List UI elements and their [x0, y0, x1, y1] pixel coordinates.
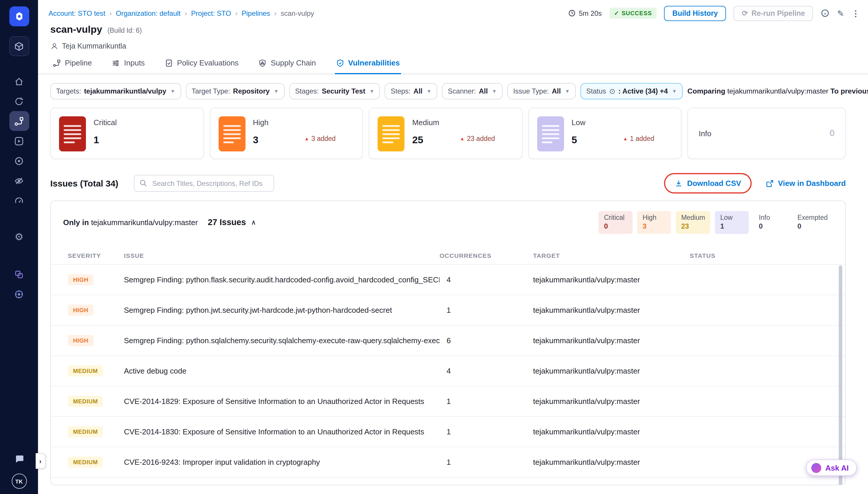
tab-policy-evaluations[interactable]: Policy Evaluations: [163, 57, 240, 74]
table-row[interactable]: MEDIUM CVE-2014-1829: Exposure of Sensit…: [51, 385, 845, 416]
table-row[interactable]: HIGH Semgrep Finding: python.jwt.securit…: [51, 294, 845, 325]
up-triangle-icon: ▲: [460, 136, 465, 141]
settings-gear-icon[interactable]: ⚙: [9, 227, 29, 247]
filter-bar: Targets:tejakummarikuntla/vulpy▼ Target …: [50, 83, 846, 99]
table-row[interactable]: MEDIUM CVE-2017-...: [51, 477, 845, 485]
table-header: SEVERITY ISSUE OCCURRENCES TARGET STATUS: [51, 246, 845, 264]
severity-badge: MEDIUM: [68, 426, 103, 437]
status-badge: ✓ SUCCESS: [609, 7, 657, 19]
severity-summary-chips: Critical0 High3 Medium23 Low1 Info0 Exem…: [599, 211, 833, 233]
table-row[interactable]: MEDIUM CVE-2016-9243: Improper input val…: [51, 446, 845, 477]
issues-panel: Only in tejakummarikuntla/vulpy:master 2…: [50, 201, 846, 485]
occurrences-value: 1: [440, 305, 533, 314]
table-row[interactable]: HIGH Semgrep Finding: python.sqlalchemy.…: [51, 325, 845, 355]
col-target: TARGET: [533, 252, 690, 259]
breadcrumb-project[interactable]: Project: STO: [191, 9, 231, 17]
tab-inputs[interactable]: Inputs: [111, 57, 146, 74]
app-window: ⚙ TK › Account: STO test › Organization:…: [0, 0, 868, 494]
breadcrumb-pipelines[interactable]: Pipelines: [242, 9, 270, 17]
issues-total-title: Issues (Total 34): [50, 178, 118, 188]
issue-title: Semgrep Finding: python.jwt.security.jwt…: [124, 305, 440, 314]
edit-pencil-icon[interactable]: ✎: [837, 8, 844, 18]
issue-title: CVE-2014-1829: Exposure of Sensitive Inf…: [124, 397, 440, 405]
target-icon[interactable]: [9, 151, 29, 171]
breadcrumb-separator: ›: [235, 9, 237, 17]
medium-icon: [378, 116, 404, 151]
filter-status[interactable]: Status : Active (34) +4▼: [580, 83, 683, 99]
executions-icon[interactable]: [9, 131, 29, 151]
severity-badge: MEDIUM: [68, 396, 103, 407]
home-icon[interactable]: [9, 71, 29, 91]
table-row[interactable]: MEDIUM CVE-2014-1830: Exposure of Sensit…: [51, 416, 845, 446]
eye-off-icon[interactable]: [9, 171, 29, 191]
sidebar-expand-handle[interactable]: ›: [36, 453, 45, 469]
filter-targets[interactable]: Targets:tejakummarikuntla/vulpy▼: [50, 83, 181, 99]
occurrences-value: 1: [440, 427, 533, 436]
target-value: tejakummarikuntla/vulpy:master: [533, 457, 690, 466]
sto-module-icon[interactable]: [9, 264, 29, 284]
gauge-icon[interactable]: [9, 191, 29, 210]
build-history-button[interactable]: Build History: [664, 5, 726, 21]
breadcrumb-separator: ›: [109, 9, 112, 17]
filter-stages[interactable]: Stages:Security Test▼: [289, 83, 380, 99]
help-info-icon[interactable]: [821, 9, 830, 18]
breadcrumb-organization[interactable]: Organization: default: [116, 9, 180, 17]
filter-target-type[interactable]: Target Type:Repository▼: [186, 83, 285, 99]
occurrences-value: 1: [440, 457, 533, 466]
table-row[interactable]: HIGH Semgrep Finding: python.flask.secur…: [51, 264, 845, 294]
filter-scanner[interactable]: Scanner:All▼: [442, 83, 503, 99]
user-avatar[interactable]: TK: [12, 474, 26, 489]
summary-chip-low: Low1: [715, 211, 749, 233]
rerun-pipeline-button[interactable]: ⟳ Re-run Pipeline: [734, 5, 813, 21]
module-switcher-icon[interactable]: [9, 36, 29, 56]
severity-card-info[interactable]: Info 0: [688, 108, 846, 159]
pipelines-icon[interactable]: [9, 111, 29, 131]
high-added-delta: ▲3 added: [304, 135, 335, 142]
severity-card-high[interactable]: High3 ▲3 added: [210, 108, 363, 159]
col-issue: ISSUE: [124, 252, 440, 259]
breadcrumb-account[interactable]: Account: STO test: [49, 9, 105, 17]
critical-count: 1: [94, 134, 117, 146]
breadcrumb-current: scan-vulpy: [281, 9, 314, 17]
severity-card-medium[interactable]: Medium25 ▲23 added: [369, 108, 522, 159]
tab-supply-chain[interactable]: Supply Chain: [257, 57, 317, 74]
tab-vulnerabilities[interactable]: Vulnerabilities: [335, 57, 401, 74]
top-bar: Account: STO test › Organization: defaul…: [38, 0, 868, 21]
medium-count: 25: [412, 134, 439, 146]
col-occurrences: OCCURRENCES: [440, 252, 533, 259]
download-icon: [675, 179, 683, 187]
check-icon: ✓: [614, 10, 619, 16]
issue-title: Semgrep Finding: python.sqlalchemy.secur…: [124, 336, 440, 345]
filter-issue-type[interactable]: Issue Type:All▼: [507, 83, 576, 99]
severity-card-low[interactable]: Low5 ▲1 added: [528, 108, 682, 159]
pipeline-icon: [53, 59, 61, 67]
download-csv-button[interactable]: Download CSV: [675, 179, 741, 188]
more-options-icon[interactable]: ⋮: [852, 8, 860, 18]
view-in-dashboard-button[interactable]: View in Dashboard: [766, 179, 846, 188]
severity-card-critical[interactable]: Critical1: [50, 108, 204, 159]
target-value: tejakummarikuntla/vulpy:master: [533, 305, 690, 314]
chaos-module-icon[interactable]: [9, 284, 29, 304]
ask-ai-button[interactable]: Ask AI: [806, 459, 857, 476]
harness-logo-icon[interactable]: [9, 6, 29, 26]
author-name: Teja Kummarikuntla: [62, 42, 126, 50]
build-id-label: (Build Id: 6): [108, 27, 142, 34]
severity-cards: Critical1 High3 ▲3 added Medium25 ▲23 ad…: [50, 108, 846, 159]
info-count: 0: [829, 128, 835, 138]
tab-pipeline[interactable]: Pipeline: [52, 57, 93, 74]
group-count-label: 27 Issues: [208, 218, 246, 227]
high-count: 3: [253, 134, 269, 146]
builds-sync-icon[interactable]: [9, 91, 29, 111]
collapse-chevron-up-icon[interactable]: ∧: [251, 218, 256, 226]
critical-icon: [59, 116, 86, 151]
occurrences-value: 1: [440, 397, 533, 405]
feedback-chat-icon[interactable]: [9, 449, 29, 469]
rerun-icon: ⟳: [742, 9, 748, 18]
summary-chip-exempted: Exempted0: [792, 211, 833, 233]
search-input[interactable]: [134, 175, 274, 192]
vertical-scrollbar[interactable]: [839, 265, 842, 485]
issue-title: CVE-2016-9243: Improper input validation…: [124, 457, 440, 466]
comparing-label: Comparing tejakummarikuntla/vulpy:master…: [688, 87, 868, 95]
table-row[interactable]: MEDIUM Active debug code 4 tejakummariku…: [51, 355, 845, 385]
filter-steps[interactable]: Steps:All▼: [385, 83, 438, 99]
